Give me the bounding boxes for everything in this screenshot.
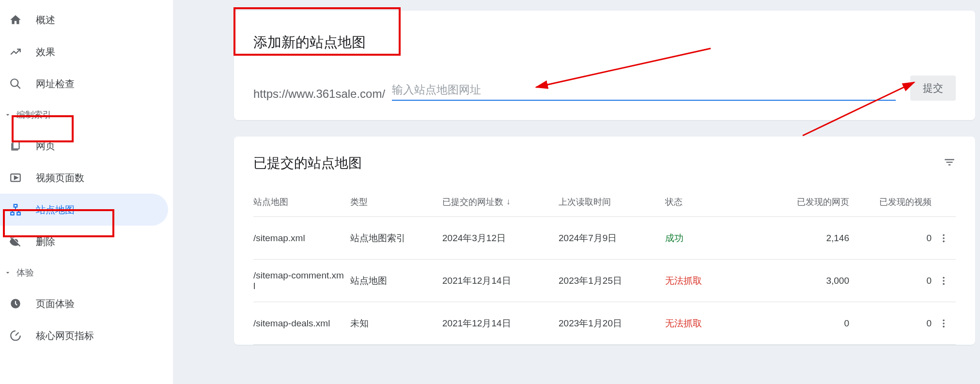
- table-row[interactable]: /sitemap.xml站点地图索引2024年3月12日2024年7月9日成功2…: [253, 217, 956, 260]
- badge-icon: [9, 297, 22, 310]
- svg-point-17: [943, 319, 945, 321]
- td-status: 无法抓取: [665, 317, 752, 330]
- main-content: 添加新的站点地图 https://www.361sale.com/ 提交 已提交…: [173, 0, 980, 384]
- nav-performance[interactable]: 效果: [0, 36, 168, 68]
- nav-sitemaps[interactable]: 站点地图: [0, 194, 168, 226]
- sort-down-icon: ↓: [506, 197, 511, 207]
- td-sitemap: /sitemap.xml: [253, 233, 350, 244]
- svg-rect-6: [11, 212, 14, 215]
- th-status[interactable]: 状态: [665, 196, 752, 208]
- more-icon[interactable]: [932, 233, 956, 244]
- pages-icon: [9, 139, 22, 153]
- td-type: 未知: [350, 317, 442, 330]
- td-videos: 0: [849, 233, 932, 244]
- sitemap-icon: [9, 203, 22, 216]
- url-prefix: https://www.361sale.com/: [253, 87, 385, 101]
- nav-pages[interactable]: 网页: [0, 130, 168, 162]
- table-row[interactable]: /sitemap-deals.xml未知2021年12月14日2023年1月20…: [253, 302, 956, 345]
- td-type: 站点地图: [350, 275, 442, 287]
- section-indexing[interactable]: 编制索引: [0, 100, 173, 130]
- section-label: 体验: [16, 267, 34, 278]
- sitemap-url-input[interactable]: [392, 83, 896, 96]
- nav-label: 站点地图: [36, 203, 75, 216]
- td-status: 成功: [665, 232, 752, 245]
- td-type: 站点地图索引: [350, 232, 442, 245]
- nav-label: 删除: [36, 235, 55, 248]
- svg-point-18: [943, 323, 945, 324]
- th-pages[interactable]: 已发现的网页: [752, 196, 849, 208]
- td-pages: 3,000: [752, 276, 849, 286]
- td-sitemap: /sitemap-deals.xml: [253, 318, 350, 329]
- svg-point-14: [943, 276, 945, 278]
- nav-label: 效果: [36, 46, 55, 59]
- svg-point-15: [943, 280, 945, 282]
- td-status: 无法抓取: [665, 275, 752, 287]
- svg-rect-5: [14, 204, 17, 207]
- td-pages: 0: [752, 318, 849, 329]
- remove-icon: [9, 235, 22, 248]
- svg-point-19: [943, 325, 945, 327]
- svg-point-11: [943, 234, 945, 236]
- submitted-sitemaps-title: 已提交的站点地图: [253, 154, 362, 172]
- video-icon: [9, 171, 22, 184]
- trending-icon: [9, 45, 22, 59]
- chevron-down-icon: [3, 269, 13, 276]
- sidebar: 概述 效果 网址检查 编制索引 网页 视频页面数 站点地图: [0, 0, 173, 384]
- svg-point-13: [943, 240, 945, 242]
- sitemaps-table: 站点地图 类型 已提交的网址数↓ 上次读取时间 状态 已发现的网页 已发现的视频…: [253, 187, 956, 345]
- section-label: 编制索引: [16, 109, 51, 121]
- submitted-sitemaps-card: 已提交的站点地图 站点地图 类型 已提交的网址数↓ 上次读取时间 状态 已发现的…: [234, 137, 975, 345]
- th-submitted[interactable]: 已提交的网址数↓: [442, 196, 559, 208]
- table-row[interactable]: /sitemap-comment.xml站点地图2021年12月14日2023年…: [253, 260, 956, 302]
- th-type[interactable]: 类型: [350, 196, 442, 208]
- search-icon: [9, 77, 22, 91]
- submit-button[interactable]: 提交: [910, 76, 956, 101]
- svg-rect-2: [13, 141, 19, 149]
- nav-overview[interactable]: 概述: [0, 4, 168, 36]
- nav-video-pages[interactable]: 视频页面数: [0, 162, 168, 194]
- td-submitted: 2024年3月12日: [442, 232, 559, 245]
- more-icon[interactable]: [932, 318, 956, 329]
- nav-url-inspect[interactable]: 网址检查: [0, 68, 168, 100]
- filter-icon[interactable]: [943, 156, 956, 171]
- add-sitemap-title: 添加新的站点地图: [253, 33, 956, 52]
- td-videos: 0: [849, 276, 932, 286]
- nav-core-web-vitals[interactable]: 核心网页指标: [0, 320, 168, 352]
- svg-line-1: [17, 85, 20, 89]
- nav-removals[interactable]: 删除: [0, 226, 168, 258]
- th-videos[interactable]: 已发现的视频: [849, 196, 932, 208]
- th-sitemap[interactable]: 站点地图: [253, 196, 350, 208]
- section-experience[interactable]: 体验: [0, 258, 173, 288]
- nav-page-experience[interactable]: 页面体验: [0, 288, 168, 320]
- nav-label: 概述: [36, 14, 55, 27]
- more-icon[interactable]: [932, 276, 956, 286]
- td-lastread: 2023年1月20日: [559, 317, 665, 330]
- svg-point-16: [943, 283, 945, 285]
- add-sitemap-card: 添加新的站点地图 https://www.361sale.com/ 提交: [234, 11, 975, 120]
- sitemap-url-input-wrap: [392, 79, 896, 101]
- td-sitemap: /sitemap-comment.xml: [253, 270, 350, 292]
- svg-rect-7: [17, 212, 20, 215]
- chevron-down-icon: [3, 111, 13, 119]
- svg-point-0: [11, 79, 18, 86]
- home-icon: [9, 13, 22, 27]
- nav-label: 网址检查: [36, 77, 75, 91]
- td-videos: 0: [849, 318, 932, 329]
- nav-label: 核心网页指标: [36, 329, 94, 342]
- td-pages: 2,146: [752, 233, 849, 244]
- td-lastread: 2024年7月9日: [559, 232, 665, 245]
- speed-icon: [9, 329, 22, 342]
- td-submitted: 2021年12月14日: [442, 275, 559, 287]
- svg-marker-4: [15, 176, 18, 180]
- svg-point-12: [943, 237, 945, 239]
- nav-label: 网页: [36, 139, 55, 153]
- nav-label: 视频页面数: [36, 171, 84, 184]
- td-lastread: 2023年1月25日: [559, 275, 665, 287]
- table-header: 站点地图 类型 已提交的网址数↓ 上次读取时间 状态 已发现的网页 已发现的视频: [253, 187, 956, 217]
- nav-label: 页面体验: [36, 297, 75, 310]
- td-submitted: 2021年12月14日: [442, 317, 559, 330]
- th-lastread[interactable]: 上次读取时间: [559, 196, 665, 208]
